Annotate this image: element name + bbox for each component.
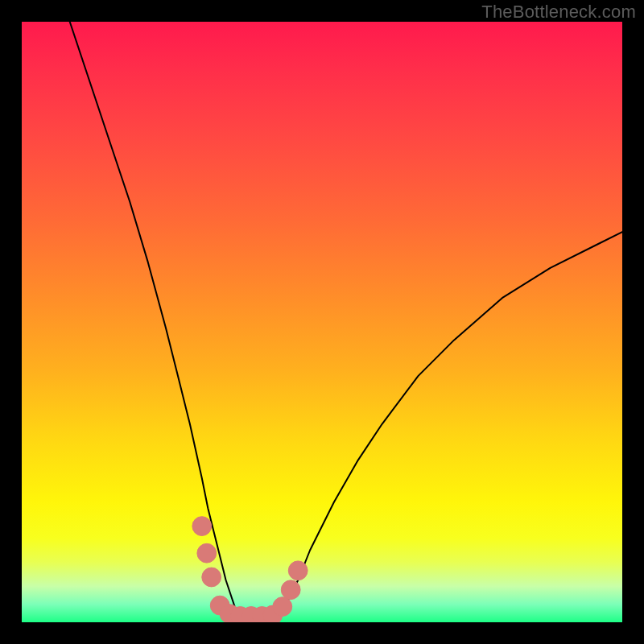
- curve-marker: [202, 568, 221, 587]
- curve-marker: [192, 517, 212, 536]
- bottleneck-curve: [70, 22, 622, 622]
- curve-marker: [273, 597, 292, 617]
- chart-frame: TheBottleneck.com: [0, 0, 644, 644]
- curve-marker: [281, 580, 300, 600]
- watermark-text: TheBottleneck.com: [481, 2, 636, 23]
- chart-svg: [22, 22, 622, 622]
- curve-markers: [192, 517, 308, 622]
- curve-marker: [197, 543, 217, 563]
- curve-marker: [288, 561, 308, 580]
- plot-area: [22, 22, 622, 622]
